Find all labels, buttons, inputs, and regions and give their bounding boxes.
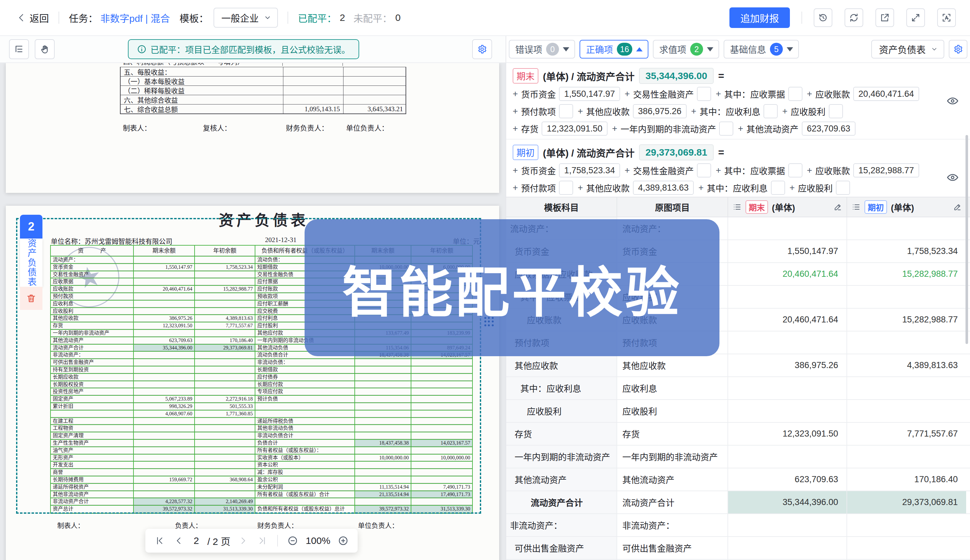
doc-cell: 20,460,471.64 bbox=[134, 286, 195, 293]
term-value-box[interactable] bbox=[771, 181, 785, 195]
term-value-box[interactable] bbox=[836, 181, 850, 195]
term-value-box[interactable]: 15,282,988.77 bbox=[853, 163, 919, 177]
term-value-box[interactable]: 4,389,813.63 bbox=[633, 181, 694, 195]
history-button[interactable] bbox=[814, 8, 832, 27]
divider bbox=[58, 12, 59, 24]
term-value-box[interactable] bbox=[697, 163, 711, 177]
table-row[interactable]: 其他流动资产其他流动资产623,709.63170,186.40 bbox=[506, 468, 970, 491]
doc-cell bbox=[195, 418, 255, 425]
outline-tool-button[interactable] bbox=[9, 39, 29, 59]
doc-cell bbox=[255, 403, 355, 410]
edit-pencil-icon[interactable] bbox=[834, 203, 842, 211]
term-label: 其中：应收利息 bbox=[707, 182, 768, 194]
term-value-box[interactable] bbox=[697, 87, 711, 101]
term-value-box[interactable]: 12,323,091.50 bbox=[542, 122, 608, 136]
term-value-box[interactable] bbox=[719, 122, 733, 136]
sheet-select[interactable]: 资产负债表 bbox=[871, 40, 944, 58]
term-label: 其中：应收票据 bbox=[724, 164, 785, 177]
back-button[interactable]: 返回 bbox=[17, 11, 49, 25]
zoom-out-button[interactable] bbox=[286, 534, 299, 547]
table-row[interactable]: 存货存货12,323,091.507,771,557.67 bbox=[506, 423, 970, 445]
filter-基础信息[interactable]: 基础信息5 bbox=[724, 40, 799, 58]
region-drag-handle-icon[interactable] bbox=[484, 317, 494, 327]
export-button[interactable] bbox=[875, 8, 894, 27]
term-value-box[interactable] bbox=[763, 104, 778, 118]
doc-cell bbox=[411, 477, 472, 484]
filter-count-badge: 0 bbox=[546, 43, 559, 56]
filter-正确项[interactable]: 正确项16 bbox=[579, 40, 648, 58]
table-row[interactable]: 可供出售金融资产可供出售金融资产 bbox=[506, 537, 970, 560]
doc-cell: 应付股利 bbox=[255, 322, 355, 330]
delete-region-button[interactable] bbox=[20, 287, 42, 310]
formula-total-value[interactable]: 35,344,396.00 bbox=[639, 68, 714, 84]
prev-page-button[interactable] bbox=[172, 534, 185, 547]
term-value-box[interactable]: 1,550,147.97 bbox=[559, 87, 620, 101]
formula-term: +其中：应收票据 bbox=[716, 163, 802, 177]
table-row[interactable]: 其他应收款其他应收款386,975.264,389,813.63 bbox=[506, 354, 970, 377]
task-label: 任务： bbox=[69, 11, 98, 25]
begin-value-cell: 1,758,523.34 bbox=[847, 240, 966, 262]
ocr-button[interactable] bbox=[937, 8, 956, 27]
term-label: 货币资金 bbox=[521, 88, 556, 100]
next-page-button[interactable] bbox=[237, 534, 250, 547]
term-value-box[interactable]: 623,709.63 bbox=[802, 122, 855, 136]
doc-cell bbox=[195, 352, 255, 359]
doc-cell: 流动资产合计 bbox=[51, 345, 134, 352]
doc-cell bbox=[195, 293, 255, 300]
doc-cell: 39,572,973.32 bbox=[134, 506, 195, 513]
term-value-box[interactable] bbox=[788, 163, 803, 177]
doc-cell: 1,550,147.97 bbox=[134, 264, 195, 271]
term-value-box[interactable]: 386,975.26 bbox=[633, 104, 687, 118]
template-select[interactable]: 一般企业 bbox=[214, 8, 278, 28]
eye-button[interactable] bbox=[943, 168, 962, 187]
eye-button[interactable] bbox=[943, 92, 962, 110]
period-begin-badge: 期初 bbox=[865, 200, 887, 214]
add-report-button[interactable]: 追加财报 bbox=[730, 7, 790, 28]
template-subject-cell: 其他流动资产 bbox=[506, 468, 617, 490]
list-icon[interactable] bbox=[851, 203, 861, 212]
fullscreen-icon bbox=[910, 13, 921, 23]
doc-cell bbox=[355, 257, 411, 264]
doc-cell bbox=[355, 322, 411, 330]
last-page-button[interactable] bbox=[256, 534, 269, 547]
table-row[interactable]: 其中：应收利息应收利息 bbox=[506, 377, 970, 400]
table-row[interactable]: 其中：应收票据应收票据 bbox=[506, 286, 970, 308]
doc-cell: 递延所得税负债 bbox=[255, 418, 355, 425]
viewer-template-settings-button[interactable] bbox=[472, 39, 492, 59]
region-number-tab[interactable]: 2 bbox=[20, 215, 42, 238]
formula-total-value[interactable]: 29,373,069.81 bbox=[639, 144, 714, 160]
table-row[interactable]: 应收股利应收股利 bbox=[506, 400, 970, 423]
panel-vertical-scrollbar-thumb[interactable] bbox=[965, 135, 968, 344]
plus-sign: + bbox=[578, 183, 583, 193]
doc-cell bbox=[255, 498, 355, 506]
term-value-box[interactable] bbox=[829, 104, 843, 118]
term-value-box[interactable]: 20,460,471.64 bbox=[853, 87, 919, 101]
task-value[interactable]: 非数字pdf | 混合 bbox=[100, 11, 170, 25]
term-value-box[interactable] bbox=[559, 181, 573, 195]
hand-tool-button[interactable] bbox=[35, 39, 55, 59]
filter-求值项[interactable]: 求值项2 bbox=[653, 40, 719, 58]
edit-pencil-icon[interactable] bbox=[953, 203, 962, 211]
doc-title: 资产负债表 bbox=[6, 208, 499, 230]
table-row[interactable]: 货币资金货币资金1,550,147.971,758,523.34 bbox=[506, 240, 970, 263]
first-page-button[interactable] bbox=[153, 534, 166, 547]
filter-错误项[interactable]: 错误项0 bbox=[509, 40, 575, 58]
fullscreen-button[interactable] bbox=[906, 8, 925, 27]
list-icon[interactable] bbox=[733, 203, 742, 212]
panel-template-settings-button[interactable] bbox=[949, 40, 967, 58]
table-row[interactable]: 一年内到期的非流动资产一年内到期的非流动资产 bbox=[506, 445, 970, 468]
table-row[interactable]: 预付款项预付款项 bbox=[506, 332, 970, 354]
table-row[interactable]: 流动资产合计流动资产合计35,344,396.0029,373,069.81 bbox=[506, 491, 970, 514]
formula-subject: (单体) / 流动资产合计 bbox=[543, 69, 634, 83]
table-row[interactable]: 应收票据及应收账款20,460,471.6415,282,988.77 bbox=[506, 263, 970, 286]
term-value-box[interactable]: 1,758,523.34 bbox=[559, 163, 620, 177]
term-value-box[interactable] bbox=[788, 87, 803, 101]
doc-cell: 固定资产 bbox=[51, 396, 134, 403]
table-row[interactable]: 非流动资产：非流动资产： bbox=[506, 514, 970, 537]
sync-button[interactable] bbox=[845, 8, 863, 27]
doc-cell bbox=[411, 359, 472, 367]
term-value-box[interactable] bbox=[559, 104, 573, 118]
table-row[interactable]: 流动资产：流动资产： bbox=[506, 217, 970, 240]
table-row[interactable]: 应收账款应收账款20,460,471.6415,282,988.77 bbox=[506, 308, 970, 332]
zoom-in-button[interactable] bbox=[337, 534, 350, 547]
